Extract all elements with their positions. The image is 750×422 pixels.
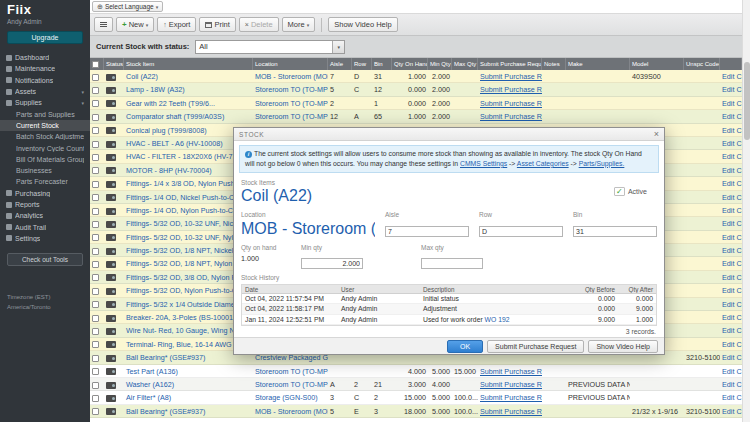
row-checkbox[interactable] — [92, 382, 99, 389]
stock-item-link[interactable]: Air Filter* (A8) — [126, 393, 171, 402]
sidebar-item-audit-trail[interactable]: Audit Trail — [0, 221, 90, 232]
stock-item-link[interactable]: Breaker- 20A, 3-Poles (BS-10001) — [126, 313, 235, 322]
location-link[interactable]: MOB - Storeroom (MOB-S... — [255, 407, 328, 416]
edit-link[interactable]: Edit C — [722, 407, 742, 416]
row-checkbox[interactable] — [92, 315, 99, 322]
row-checkbox[interactable] — [92, 194, 99, 201]
column-header-bin[interactable]: Bin — [372, 58, 392, 70]
edit-link[interactable]: Edit C — [722, 380, 742, 389]
sidebar-item-dashboard[interactable]: Dashboard — [0, 52, 90, 63]
row-checkbox[interactable] — [92, 87, 99, 94]
stock-item-link[interactable]: Conical plug (T999/8008) — [126, 126, 207, 135]
edit-link[interactable]: Edit C — [722, 72, 742, 81]
stock-detail-icon[interactable] — [106, 274, 116, 281]
edit-link[interactable]: Edit C — [722, 393, 742, 402]
row-checkbox[interactable] — [92, 234, 99, 241]
edit-link[interactable]: Edit C — [722, 139, 742, 148]
print-button[interactable]: Print — [199, 17, 235, 32]
new-button[interactable]: + New ▾ — [116, 17, 154, 32]
row-checkbox[interactable] — [92, 221, 99, 228]
sidebar-item-purchasing[interactable]: Purchasing — [0, 188, 90, 199]
column-header-row[interactable]: Row — [352, 58, 372, 70]
column-header-edit[interactable] — [720, 58, 742, 70]
stock-item-link[interactable]: Fittings- 5/32 OD, 1/8 NPT, Nickel P... — [126, 246, 245, 255]
row-checkbox[interactable] — [92, 208, 99, 215]
stock-detail-icon[interactable] — [106, 154, 116, 161]
stock-item-link[interactable]: Fittings- 5/32 OD, 1/8 NPT, Nylon P... — [126, 259, 244, 268]
stock-detail-icon[interactable] — [106, 315, 116, 322]
cmms-settings-link[interactable]: CMMS Settings — [460, 160, 507, 167]
export-button[interactable]: ↑ Export — [157, 17, 196, 32]
stock-item-link[interactable]: MOTOR - 8HP (HV-70004) — [126, 166, 212, 175]
stock-detail-icon[interactable] — [106, 167, 116, 174]
column-header-max[interactable]: Max Qty — [452, 58, 478, 70]
stock-detail-icon[interactable] — [106, 368, 116, 375]
upgrade-button[interactable]: Upgrade — [7, 31, 83, 44]
sidebar-item-assets[interactable]: Assets▾ — [0, 86, 90, 97]
column-header-min[interactable]: Min Qty — [428, 58, 452, 70]
stock-item-link[interactable]: Coil (A22) — [241, 187, 312, 204]
location-link[interactable]: Storeroom TO (TO-MP-SR) — [255, 380, 328, 389]
close-icon[interactable]: × — [654, 130, 659, 139]
stock-detail-icon[interactable] — [106, 341, 116, 348]
sidebar-item-bill-of-materials-groups[interactable]: Bill Of Materials Groups — [0, 154, 90, 165]
asset-categories-link[interactable]: Asset Categories — [517, 160, 569, 167]
column-header-aisle[interactable]: Aisle — [328, 58, 352, 70]
stock-item-link[interactable]: Ball Bearing* (GSE#937) — [126, 407, 206, 416]
delete-button[interactable]: × Delete — [239, 17, 279, 32]
location-link[interactable]: Storeroom TO (TO-MP-SR) — [255, 367, 328, 376]
row-checkbox[interactable] — [92, 248, 99, 255]
sidebar-item-reports[interactable]: Reports — [0, 199, 90, 210]
column-header-qty[interactable]: Qty On Hand — [392, 58, 428, 70]
edit-link[interactable]: Edit C — [722, 179, 742, 188]
submit-purchase-request-link[interactable]: Submit Purchase Request — [480, 72, 542, 81]
sidebar-item-maintenance[interactable]: Maintenance — [0, 63, 90, 74]
edit-link[interactable]: Edit C — [722, 326, 742, 335]
stock-item-link[interactable]: Test Part (A136) — [126, 367, 178, 376]
edit-link[interactable]: Edit C — [722, 233, 742, 242]
stock-detail-icon[interactable] — [106, 248, 116, 255]
row-checkbox[interactable] — [92, 141, 99, 148]
stock-item-link[interactable]: Coil (A22) — [126, 72, 158, 81]
aisle-input[interactable] — [385, 226, 469, 237]
stock-detail-icon[interactable] — [106, 408, 116, 415]
edit-link[interactable]: Edit C — [722, 286, 742, 295]
sidebar-item-batch-stock-adjustment[interactable]: Batch Stock Adjustment — [0, 131, 90, 142]
stock-item-link[interactable]: Lamp - 18W (A32) — [126, 85, 185, 94]
stock-detail-icon[interactable] — [106, 288, 116, 295]
edit-link[interactable]: Edit C — [722, 340, 742, 349]
stock-item-link[interactable]: Terminal- Ring, Blue, 16-14 AWG (T... — [126, 340, 246, 349]
row-checkbox[interactable] — [92, 288, 99, 295]
stock-item-link[interactable]: Fittings- 5/32 OD, Nylon Push-to-Co... — [126, 286, 247, 295]
sidebar-item-parts-and-supplies[interactable]: Parts and Supplies — [0, 108, 90, 119]
row-checkbox[interactable] — [92, 74, 99, 81]
sidebar-item-analytics[interactable]: Analytics — [0, 210, 90, 221]
edit-link[interactable]: Edit C — [722, 273, 742, 282]
stock-item-link[interactable]: Gear with 22 Teeth (T99/6... — [126, 99, 215, 108]
submit-purchase-request-link[interactable]: Submit Purchase Request — [480, 367, 542, 376]
show-video-help-button[interactable]: Show Video Help — [328, 17, 397, 32]
location-link[interactable]: Storeroom TO (TO-MP-SR) — [255, 99, 328, 108]
row-input[interactable] — [479, 226, 563, 237]
sidebar-item-inventory-cycle-count[interactable]: Inventory Cycle Count — [0, 142, 90, 153]
sidebar-item-current-stock[interactable]: Current Stock — [0, 120, 90, 131]
stock-detail-icon[interactable] — [106, 87, 116, 94]
stock-detail-icon[interactable] — [106, 355, 116, 362]
row-checkbox[interactable] — [92, 167, 99, 174]
min-qty-input[interactable] — [301, 258, 363, 269]
stock-item-link[interactable]: HVAC - BELT - A6 (HV-10008) — [126, 139, 223, 148]
edit-link[interactable]: Edit C — [722, 353, 742, 362]
edit-link[interactable]: Edit C — [722, 300, 742, 309]
column-header-notes[interactable]: Notes — [542, 58, 566, 70]
stock-detail-icon[interactable] — [106, 301, 116, 308]
stock-item-link[interactable]: Comparator shaft (T999/A03S) — [126, 112, 224, 121]
submit-purchase-request-button[interactable]: Submit Purchase Request — [487, 340, 584, 353]
stock-item-link[interactable]: HVAC - FILTER - 18X20X6 (HV-7... — [126, 152, 238, 161]
row-checkbox[interactable] — [92, 301, 99, 308]
sidebar-item-businesses[interactable]: Businesses — [0, 165, 90, 176]
submit-purchase-request-link[interactable]: Submit Purchase Request — [480, 99, 542, 108]
column-header-spr[interactable]: Submit Purchase Request — [478, 58, 542, 70]
row-checkbox[interactable] — [92, 408, 99, 415]
location-link[interactable]: Storeroom TO (TO-MP-SR) — [255, 112, 328, 121]
column-header-cb[interactable] — [90, 58, 104, 70]
